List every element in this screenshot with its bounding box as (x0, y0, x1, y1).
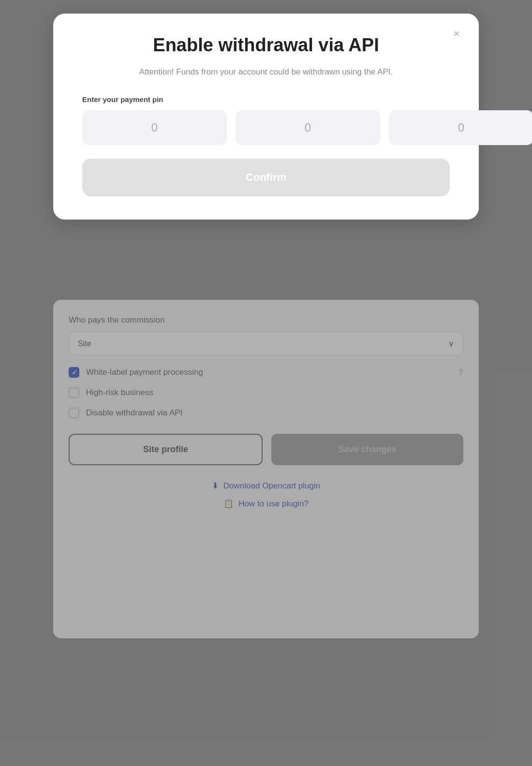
modal-title: Enable withdrawal via API (82, 35, 450, 56)
pin-input-2[interactable] (236, 110, 380, 145)
page-wrapper: Who pays the commission Site ∨ White-lab… (0, 0, 532, 766)
pin-input-3[interactable] (389, 110, 532, 145)
pin-input-1[interactable] (82, 110, 227, 145)
enable-withdrawal-modal: × Enable withdrawal via API Attention! F… (53, 14, 479, 220)
modal-subtitle: Attention! Funds from your account could… (82, 66, 450, 78)
pin-inputs-row (82, 110, 450, 145)
pin-label: Enter your payment pin (82, 95, 450, 103)
modal-close-button[interactable]: × (448, 25, 465, 43)
modal-overlay: × Enable withdrawal via API Attention! F… (0, 0, 532, 766)
confirm-button[interactable]: Confirm (82, 159, 450, 196)
